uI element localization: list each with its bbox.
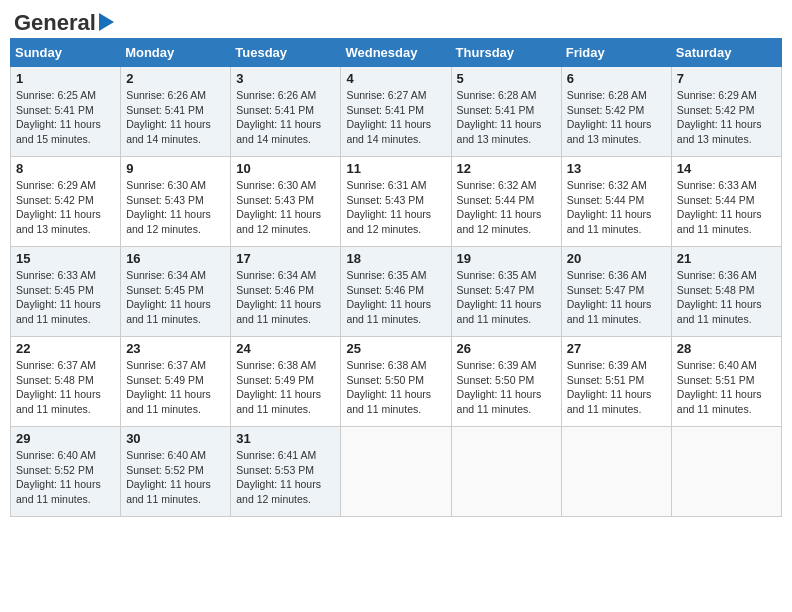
day-number: 4 xyxy=(346,71,445,86)
day-number: 13 xyxy=(567,161,666,176)
day-info: Sunrise: 6:36 AM Sunset: 5:47 PM Dayligh… xyxy=(567,268,666,327)
day-info: Sunrise: 6:34 AM Sunset: 5:46 PM Dayligh… xyxy=(236,268,335,327)
day-info: Sunrise: 6:27 AM Sunset: 5:41 PM Dayligh… xyxy=(346,88,445,147)
calendar-table: SundayMondayTuesdayWednesdayThursdayFrid… xyxy=(10,38,782,517)
logo-text: General xyxy=(14,10,96,36)
calendar-cell: 8Sunrise: 6:29 AM Sunset: 5:42 PM Daylig… xyxy=(11,157,121,247)
day-number: 20 xyxy=(567,251,666,266)
day-info: Sunrise: 6:35 AM Sunset: 5:47 PM Dayligh… xyxy=(457,268,556,327)
day-info: Sunrise: 6:37 AM Sunset: 5:49 PM Dayligh… xyxy=(126,358,225,417)
calendar-cell: 7Sunrise: 6:29 AM Sunset: 5:42 PM Daylig… xyxy=(671,67,781,157)
calendar-cell: 25Sunrise: 6:38 AM Sunset: 5:50 PM Dayli… xyxy=(341,337,451,427)
day-info: Sunrise: 6:41 AM Sunset: 5:53 PM Dayligh… xyxy=(236,448,335,507)
day-number: 21 xyxy=(677,251,776,266)
day-number: 29 xyxy=(16,431,115,446)
calendar-cell: 29Sunrise: 6:40 AM Sunset: 5:52 PM Dayli… xyxy=(11,427,121,517)
day-number: 8 xyxy=(16,161,115,176)
calendar-cell: 20Sunrise: 6:36 AM Sunset: 5:47 PM Dayli… xyxy=(561,247,671,337)
day-info: Sunrise: 6:39 AM Sunset: 5:50 PM Dayligh… xyxy=(457,358,556,417)
page-header: General xyxy=(10,10,782,32)
calendar-cell: 1Sunrise: 6:25 AM Sunset: 5:41 PM Daylig… xyxy=(11,67,121,157)
day-number: 17 xyxy=(236,251,335,266)
calendar-cell: 9Sunrise: 6:30 AM Sunset: 5:43 PM Daylig… xyxy=(121,157,231,247)
day-of-week-header: Friday xyxy=(561,39,671,67)
day-number: 9 xyxy=(126,161,225,176)
day-number: 6 xyxy=(567,71,666,86)
calendar-cell: 30Sunrise: 6:40 AM Sunset: 5:52 PM Dayli… xyxy=(121,427,231,517)
calendar-week-row: 1Sunrise: 6:25 AM Sunset: 5:41 PM Daylig… xyxy=(11,67,782,157)
calendar-cell: 16Sunrise: 6:34 AM Sunset: 5:45 PM Dayli… xyxy=(121,247,231,337)
calendar-cell: 17Sunrise: 6:34 AM Sunset: 5:46 PM Dayli… xyxy=(231,247,341,337)
day-number: 28 xyxy=(677,341,776,356)
calendar-cell: 23Sunrise: 6:37 AM Sunset: 5:49 PM Dayli… xyxy=(121,337,231,427)
logo-arrow-icon xyxy=(99,13,114,31)
calendar-cell: 11Sunrise: 6:31 AM Sunset: 5:43 PM Dayli… xyxy=(341,157,451,247)
day-info: Sunrise: 6:34 AM Sunset: 5:45 PM Dayligh… xyxy=(126,268,225,327)
day-number: 12 xyxy=(457,161,556,176)
day-info: Sunrise: 6:26 AM Sunset: 5:41 PM Dayligh… xyxy=(126,88,225,147)
calendar-week-row: 8Sunrise: 6:29 AM Sunset: 5:42 PM Daylig… xyxy=(11,157,782,247)
day-number: 26 xyxy=(457,341,556,356)
day-info: Sunrise: 6:30 AM Sunset: 5:43 PM Dayligh… xyxy=(126,178,225,237)
calendar-cell: 22Sunrise: 6:37 AM Sunset: 5:48 PM Dayli… xyxy=(11,337,121,427)
calendar-cell: 24Sunrise: 6:38 AM Sunset: 5:49 PM Dayli… xyxy=(231,337,341,427)
day-number: 5 xyxy=(457,71,556,86)
day-number: 16 xyxy=(126,251,225,266)
day-info: Sunrise: 6:40 AM Sunset: 5:52 PM Dayligh… xyxy=(16,448,115,507)
calendar-cell: 10Sunrise: 6:30 AM Sunset: 5:43 PM Dayli… xyxy=(231,157,341,247)
calendar-cell: 13Sunrise: 6:32 AM Sunset: 5:44 PM Dayli… xyxy=(561,157,671,247)
calendar-cell: 18Sunrise: 6:35 AM Sunset: 5:46 PM Dayli… xyxy=(341,247,451,337)
day-number: 23 xyxy=(126,341,225,356)
day-number: 30 xyxy=(126,431,225,446)
calendar-cell: 5Sunrise: 6:28 AM Sunset: 5:41 PM Daylig… xyxy=(451,67,561,157)
calendar-cell: 6Sunrise: 6:28 AM Sunset: 5:42 PM Daylig… xyxy=(561,67,671,157)
day-info: Sunrise: 6:32 AM Sunset: 5:44 PM Dayligh… xyxy=(567,178,666,237)
day-number: 24 xyxy=(236,341,335,356)
day-info: Sunrise: 6:29 AM Sunset: 5:42 PM Dayligh… xyxy=(16,178,115,237)
day-number: 3 xyxy=(236,71,335,86)
day-of-week-header: Monday xyxy=(121,39,231,67)
day-of-week-header: Sunday xyxy=(11,39,121,67)
day-number: 14 xyxy=(677,161,776,176)
calendar-cell xyxy=(341,427,451,517)
day-info: Sunrise: 6:31 AM Sunset: 5:43 PM Dayligh… xyxy=(346,178,445,237)
calendar-cell: 21Sunrise: 6:36 AM Sunset: 5:48 PM Dayli… xyxy=(671,247,781,337)
day-info: Sunrise: 6:29 AM Sunset: 5:42 PM Dayligh… xyxy=(677,88,776,147)
day-number: 1 xyxy=(16,71,115,86)
calendar-cell: 19Sunrise: 6:35 AM Sunset: 5:47 PM Dayli… xyxy=(451,247,561,337)
day-number: 2 xyxy=(126,71,225,86)
calendar-week-row: 22Sunrise: 6:37 AM Sunset: 5:48 PM Dayli… xyxy=(11,337,782,427)
calendar-cell xyxy=(671,427,781,517)
calendar-cell: 2Sunrise: 6:26 AM Sunset: 5:41 PM Daylig… xyxy=(121,67,231,157)
day-info: Sunrise: 6:40 AM Sunset: 5:51 PM Dayligh… xyxy=(677,358,776,417)
calendar-header-row: SundayMondayTuesdayWednesdayThursdayFrid… xyxy=(11,39,782,67)
day-info: Sunrise: 6:28 AM Sunset: 5:41 PM Dayligh… xyxy=(457,88,556,147)
calendar-cell: 15Sunrise: 6:33 AM Sunset: 5:45 PM Dayli… xyxy=(11,247,121,337)
calendar-cell: 4Sunrise: 6:27 AM Sunset: 5:41 PM Daylig… xyxy=(341,67,451,157)
day-info: Sunrise: 6:38 AM Sunset: 5:50 PM Dayligh… xyxy=(346,358,445,417)
calendar-cell: 28Sunrise: 6:40 AM Sunset: 5:51 PM Dayli… xyxy=(671,337,781,427)
calendar-cell xyxy=(451,427,561,517)
day-number: 22 xyxy=(16,341,115,356)
day-info: Sunrise: 6:39 AM Sunset: 5:51 PM Dayligh… xyxy=(567,358,666,417)
day-number: 18 xyxy=(346,251,445,266)
day-info: Sunrise: 6:40 AM Sunset: 5:52 PM Dayligh… xyxy=(126,448,225,507)
calendar-cell xyxy=(561,427,671,517)
logo: General xyxy=(14,10,114,32)
calendar-cell: 12Sunrise: 6:32 AM Sunset: 5:44 PM Dayli… xyxy=(451,157,561,247)
day-info: Sunrise: 6:25 AM Sunset: 5:41 PM Dayligh… xyxy=(16,88,115,147)
day-number: 19 xyxy=(457,251,556,266)
day-info: Sunrise: 6:33 AM Sunset: 5:44 PM Dayligh… xyxy=(677,178,776,237)
day-number: 10 xyxy=(236,161,335,176)
day-number: 27 xyxy=(567,341,666,356)
calendar-week-row: 15Sunrise: 6:33 AM Sunset: 5:45 PM Dayli… xyxy=(11,247,782,337)
calendar-week-row: 29Sunrise: 6:40 AM Sunset: 5:52 PM Dayli… xyxy=(11,427,782,517)
calendar-cell: 27Sunrise: 6:39 AM Sunset: 5:51 PM Dayli… xyxy=(561,337,671,427)
day-info: Sunrise: 6:37 AM Sunset: 5:48 PM Dayligh… xyxy=(16,358,115,417)
day-info: Sunrise: 6:26 AM Sunset: 5:41 PM Dayligh… xyxy=(236,88,335,147)
day-info: Sunrise: 6:30 AM Sunset: 5:43 PM Dayligh… xyxy=(236,178,335,237)
calendar-cell: 14Sunrise: 6:33 AM Sunset: 5:44 PM Dayli… xyxy=(671,157,781,247)
day-of-week-header: Tuesday xyxy=(231,39,341,67)
day-info: Sunrise: 6:36 AM Sunset: 5:48 PM Dayligh… xyxy=(677,268,776,327)
day-info: Sunrise: 6:33 AM Sunset: 5:45 PM Dayligh… xyxy=(16,268,115,327)
